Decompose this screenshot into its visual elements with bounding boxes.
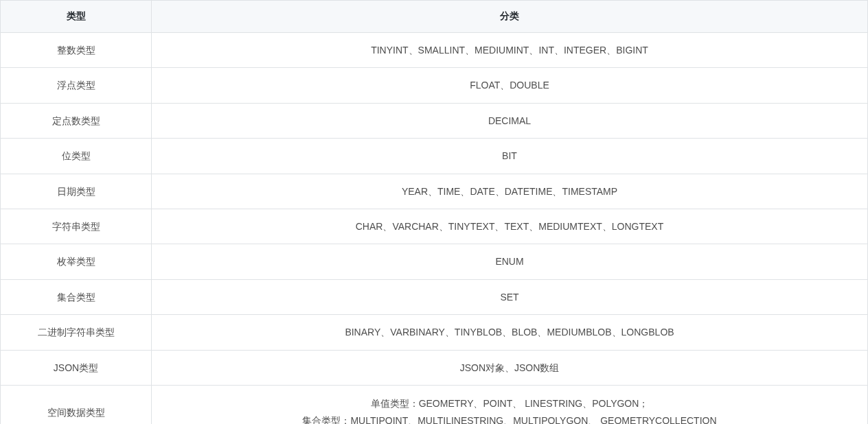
- header-category: 分类: [152, 1, 868, 33]
- cell-category-line2: 集合类型：MULTIPOINT、MULTILINESTRING、MULTIPOL…: [302, 415, 716, 424]
- cell-type: 定点数类型: [1, 103, 152, 138]
- cell-type: 日期类型: [1, 174, 152, 209]
- data-types-table-container: 类型 分类 整数类型 TINYINT、SMALLINT、MEDIUMINT、IN…: [0, 0, 868, 424]
- cell-category: FLOAT、DOUBLE: [152, 68, 868, 103]
- table-row: 集合类型 SET: [1, 279, 868, 314]
- cell-category: BIT: [152, 139, 868, 174]
- cell-category: BINARY、VARBINARY、TINYBLOB、BLOB、MEDIUMBLO…: [152, 315, 868, 350]
- table-row: 整数类型 TINYINT、SMALLINT、MEDIUMINT、INT、INTE…: [1, 33, 868, 68]
- cell-category: CHAR、VARCHAR、TINYTEXT、TEXT、MEDIUMTEXT、LO…: [152, 209, 868, 244]
- table-header-row: 类型 分类: [1, 1, 868, 33]
- table-row: 字符串类型 CHAR、VARCHAR、TINYTEXT、TEXT、MEDIUMT…: [1, 209, 868, 244]
- cell-category-line1: 单值类型：GEOMETRY、POINT、 LINESTRING、POLYGON；: [371, 398, 649, 409]
- cell-type: 二进制字符串类型: [1, 315, 152, 350]
- cell-category: TINYINT、SMALLINT、MEDIUMINT、INT、INTEGER、B…: [152, 33, 868, 68]
- cell-type: JSON类型: [1, 350, 152, 385]
- cell-category: YEAR、TIME、DATE、DATETIME、TIMESTAMP: [152, 174, 868, 209]
- cell-type: 位类型: [1, 139, 152, 174]
- cell-category: SET: [152, 279, 868, 314]
- data-types-table: 类型 分类 整数类型 TINYINT、SMALLINT、MEDIUMINT、IN…: [0, 0, 868, 424]
- cell-category: JSON对象、JSON数组: [152, 350, 868, 385]
- table-row: 浮点类型 FLOAT、DOUBLE: [1, 68, 868, 103]
- table-row: 日期类型 YEAR、TIME、DATE、DATETIME、TIMESTAMP: [1, 174, 868, 209]
- table-row: 定点数类型 DECIMAL: [1, 103, 868, 138]
- cell-type: 枚举类型: [1, 244, 152, 279]
- header-type: 类型: [1, 1, 152, 33]
- cell-type: 空间数据类型: [1, 385, 152, 424]
- table-row: 枚举类型 ENUM: [1, 244, 868, 279]
- cell-type: 字符串类型: [1, 209, 152, 244]
- cell-type: 整数类型: [1, 33, 152, 68]
- cell-category: ENUM: [152, 244, 868, 279]
- cell-type: 集合类型: [1, 279, 152, 314]
- cell-category-multiline: 单值类型：GEOMETRY、POINT、 LINESTRING、POLYGON；…: [152, 385, 868, 424]
- table-row: 空间数据类型 单值类型：GEOMETRY、POINT、 LINESTRING、P…: [1, 385, 868, 424]
- table-row: JSON类型 JSON对象、JSON数组: [1, 350, 868, 385]
- cell-category: DECIMAL: [152, 103, 868, 138]
- cell-type: 浮点类型: [1, 68, 152, 103]
- table-row: 位类型 BIT: [1, 139, 868, 174]
- table-body: 整数类型 TINYINT、SMALLINT、MEDIUMINT、INT、INTE…: [1, 33, 868, 425]
- table-row: 二进制字符串类型 BINARY、VARBINARY、TINYBLOB、BLOB、…: [1, 315, 868, 350]
